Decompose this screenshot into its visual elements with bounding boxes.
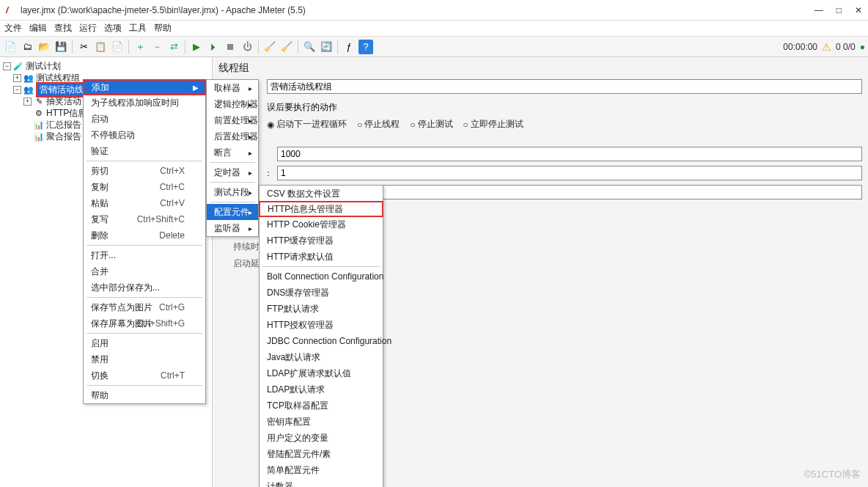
cfg-csv[interactable]: CSV 数据文件设置 [260,186,383,202]
ctx-validate[interactable]: 验证 [84,143,205,159]
threadgroup-icon: 👥 [23,84,34,95]
sm-logic[interactable]: 逻辑控制器▸ [207,96,258,112]
sampler-icon: ✎ [34,96,44,106]
menu-file[interactable]: 文件 [4,22,22,34]
ctx-toggle[interactable]: 切换Ctrl+T [84,367,205,384]
cfg-tcp[interactable]: TCP取样器配置 [260,398,383,414]
templates-icon[interactable]: 🗂 [20,40,34,54]
threadgroup-icon: 👥 [23,73,34,83]
reset-search-icon[interactable]: 🔄 [319,40,334,54]
cfg-auth[interactable]: HTTP授权管理器 [260,317,383,333]
ctx-add-thinktime[interactable]: 为子线程添加响应时间 [84,95,205,111]
collapse-icon[interactable]: － [150,40,164,54]
cfg-dns[interactable]: DNS缓存管理器 [260,285,383,301]
ctx-copy[interactable]: 复制Ctrl+C [84,179,205,195]
clear-all-icon[interactable]: 🧹 [279,40,294,54]
elapsed-time: 00:00:00 [783,42,817,52]
save-icon[interactable]: 💾 [54,40,68,54]
cfg-jdbc[interactable]: JDBC Connection Configuration [260,333,383,349]
open-icon[interactable]: 📂 [37,40,51,54]
start-icon[interactable]: ▶ [189,40,204,54]
ctx-disable[interactable]: 禁用 [84,351,205,367]
menu-tools[interactable]: 工具 [129,22,147,34]
copy-icon[interactable]: 📋 [93,40,108,54]
paste-icon[interactable]: 📄 [110,40,125,54]
search-icon[interactable]: 🔍 [302,40,317,54]
sm-frag[interactable]: 测试片段▸ [207,184,258,200]
radio-stop-test[interactable]: ○ 停止测试 [410,118,452,131]
maximize-button[interactable]: □ [836,5,842,15]
cfg-keystore[interactable]: 密钥库配置 [260,414,383,430]
cfg-cache[interactable]: HTTP缓存管理器 [260,232,383,249]
ctx-start-nopause[interactable]: 不停顿启动 [84,127,205,143]
menu-options[interactable]: 选项 [104,22,122,34]
radio-stop-thread[interactable]: ○ 停止线程 [357,118,400,131]
ctx-duplicate[interactable]: 复写Ctrl+Shift+C [84,211,205,227]
cfg-counter[interactable]: 计数器 [260,478,383,487]
toggle-icon[interactable]: ⇄ [166,40,181,54]
radio-stop-now[interactable]: ○ 立即停止测试 [463,118,523,131]
ctx-delete[interactable]: 删除Delete [84,227,205,244]
sm-listener[interactable]: 监听器▸ [207,220,258,236]
menu-run[interactable]: 运行 [79,22,97,34]
new-icon[interactable]: 📄 [3,40,18,54]
status-dot-icon: ● [860,42,865,52]
name-input[interactable] [267,79,862,94]
menu-search[interactable]: 查找 [54,22,72,34]
clear-icon[interactable]: 🧹 [262,40,277,54]
minimize-button[interactable]: — [814,5,823,15]
warning-icon[interactable]: ⚠ [822,41,831,53]
sm-sampler[interactable]: 取样器▸ [207,80,258,96]
cfg-http-header[interactable]: HTTP信息头管理器 [259,201,383,217]
ctx-save-node-img[interactable]: 保存节点为图片Ctrl+G [84,299,205,315]
menu-edit[interactable]: 编辑 [29,22,47,34]
rampup-input[interactable] [277,166,862,180]
expand-icon[interactable]: ＋ [133,40,147,54]
radio-continue[interactable]: ◉ 启动下一进程循环 [267,118,347,131]
collapse-icon[interactable]: − [3,62,11,70]
app-icon: / [6,5,16,15]
cfg-bolt[interactable]: Bolt Connection Configuration [260,268,383,285]
sm-timer[interactable]: 定时器▸ [207,164,258,180]
cfg-java[interactable]: Java默认请求 [260,349,383,365]
cfg-simple[interactable]: 简单配置元件 [260,462,383,478]
ctx-save-selection[interactable]: 选中部分保存为... [84,279,205,296]
sm-post[interactable]: 后置处理器▸ [207,128,258,144]
sm-assert[interactable]: 断言▸ [207,144,258,161]
error-action-label: 误后要执行的动作 [267,101,337,114]
cfg-ldap[interactable]: LDAP默认请求 [260,381,383,398]
ctx-paste[interactable]: 粘贴Ctrl+V [84,195,205,211]
shutdown-icon[interactable]: ⏻ [240,40,254,54]
sm-config[interactable]: 配置元件▸ [207,204,258,220]
ctx-help[interactable]: 帮助 [84,387,205,403]
help-icon[interactable]: ? [358,40,373,54]
func-icon[interactable]: ƒ [342,40,356,54]
ctx-open[interactable]: 打开... [84,247,205,263]
expand-icon[interactable]: + [13,74,21,82]
cfg-ftp[interactable]: FTP默认请求 [260,301,383,317]
cfg-ldap-ext[interactable]: LDAP扩展请求默认值 [260,365,383,381]
ctx-cut[interactable]: 剪切Ctrl+X [84,163,205,179]
close-button[interactable]: ✕ [855,5,862,15]
collapse-icon[interactable]: − [13,86,21,94]
cfg-cookie[interactable]: HTTP Cookie管理器 [260,216,383,232]
cfg-http-default[interactable]: HTTP请求默认值 [260,249,383,265]
stop-icon[interactable]: ⏹ [223,40,238,54]
expand-icon[interactable]: + [23,98,32,106]
cfg-login[interactable]: 登陆配置元件/素 [260,446,383,462]
ctx-enable[interactable]: 启用 [84,335,205,351]
start-no-pause-icon[interactable]: ⏵ [206,40,221,54]
cut-icon[interactable]: ✂ [76,40,91,54]
ctx-merge[interactable]: 合并 [84,263,205,279]
threads-input[interactable] [277,147,862,161]
submenu-config: CSV 数据文件设置 HTTP信息头管理器 HTTP Cookie管理器 HTT… [259,185,383,487]
menu-help[interactable]: 帮助 [154,22,172,34]
sm-pre[interactable]: 前置处理器▸ [207,112,258,128]
config-icon: ⚙ [34,108,44,118]
ctx-start[interactable]: 启动 [84,111,205,127]
ctx-add[interactable]: 添加▶ [83,79,206,95]
ctx-save-screen-img[interactable]: 保存屏幕为图片Ctrl+Shift+G [84,315,205,332]
context-menu: 添加▶ 为子线程添加响应时间 启动 不停顿启动 验证 剪切Ctrl+X 复制Ct… [83,79,206,404]
cfg-user-var[interactable]: 用户定义的变量 [260,430,383,446]
tree-root[interactable]: − 🧪 测试计划 [0,60,212,72]
